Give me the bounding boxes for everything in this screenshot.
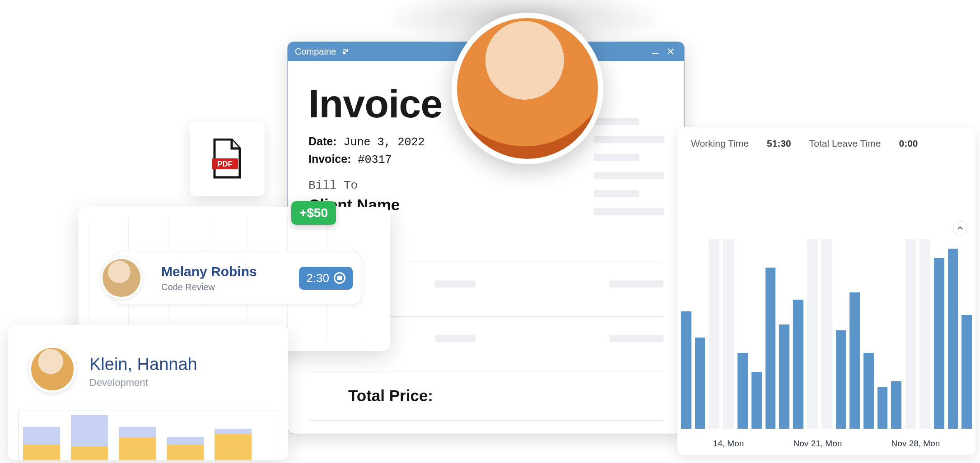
pdf-icon: PDF — [211, 139, 243, 179]
mini-chart-bar — [71, 415, 108, 460]
pdf-export-card[interactable]: PDF — [190, 121, 265, 196]
chart-bar — [891, 381, 901, 429]
chart-bar — [877, 387, 888, 429]
chart-gap — [709, 239, 719, 429]
invoice-number-label: Invoice: — [308, 153, 351, 165]
working-time-label: Working Time — [691, 138, 749, 149]
collapse-button[interactable] — [953, 221, 967, 236]
profile-avatar — [29, 346, 76, 393]
mini-chart-bar — [23, 427, 60, 460]
mini-chart-bar — [215, 429, 252, 460]
chart-gap — [723, 239, 734, 429]
report-panel: Working Time 51:30 Total Leave Time 0:00… — [677, 127, 975, 455]
svg-rect-2 — [652, 53, 658, 54]
chevron-up-icon — [957, 225, 963, 232]
chart-bar — [737, 353, 748, 429]
chart-gap — [919, 239, 930, 429]
chart-bar — [695, 338, 705, 429]
person-chip[interactable]: Melany Robins Code Review 2:30 — [113, 252, 361, 304]
profile-department: Development — [89, 377, 197, 389]
chart-bar — [836, 330, 846, 429]
chart-bar — [849, 292, 860, 429]
total-price-label: Total Price: — [348, 387, 433, 405]
timer-value: 2:30 — [306, 271, 329, 285]
chart-gap — [821, 239, 832, 429]
profile-mini-chart — [18, 411, 278, 460]
chart-bar — [961, 315, 972, 429]
chart-gap — [807, 239, 818, 429]
x-tick: Nov 21, Mon — [793, 439, 842, 449]
window-title: Compaine — [295, 46, 336, 57]
chart-bar — [934, 258, 944, 429]
task-name: Code Review — [161, 282, 257, 292]
date-value: June 3, 2022 — [344, 136, 425, 149]
x-tick: 14, Mon — [713, 439, 744, 449]
timer-pill[interactable]: 2:30 — [299, 267, 353, 290]
close-button[interactable] — [664, 45, 677, 58]
person-name: Melany Robins — [161, 264, 257, 279]
date-label: Date: — [308, 135, 337, 148]
invoice-meta-skeleton — [594, 118, 664, 215]
working-time-bar-chart — [677, 239, 975, 429]
bonus-badge: +$50 — [291, 201, 336, 225]
chart-bar — [751, 372, 762, 429]
chart-bar — [765, 268, 776, 429]
popout-icon[interactable] — [341, 46, 350, 56]
stop-icon[interactable] — [334, 272, 345, 284]
user-avatar-large — [452, 13, 603, 164]
x-tick: Nov 28, Mon — [891, 439, 940, 449]
working-time-value: 51:30 — [767, 138, 791, 149]
profile-name[interactable]: Klein, Hannah — [89, 355, 197, 374]
report-header: Working Time 51:30 Total Leave Time 0:00 — [677, 127, 975, 160]
mini-chart-bar — [119, 427, 156, 460]
chart-bar — [681, 311, 691, 429]
divider — [308, 420, 663, 421]
chart-bar — [793, 300, 803, 429]
profile-card: Klein, Hannah Development — [8, 325, 288, 460]
leave-time-value: 0:00 — [899, 138, 918, 149]
chart-gap — [905, 239, 916, 429]
chart-bar — [863, 353, 874, 429]
invoice-number-value: #0317 — [358, 153, 392, 167]
x-axis-labels: 14, Mon Nov 21, Mon Nov 28, Mon — [677, 439, 975, 449]
chart-bar — [779, 324, 789, 429]
chart-bar — [948, 249, 958, 429]
svg-text:PDF: PDF — [217, 160, 233, 168]
minimize-button[interactable] — [649, 45, 662, 58]
leave-time-label: Total Leave Time — [809, 138, 881, 149]
mini-chart-bar — [167, 437, 204, 460]
divider — [308, 371, 663, 371]
user-avatar-small — [101, 257, 142, 299]
